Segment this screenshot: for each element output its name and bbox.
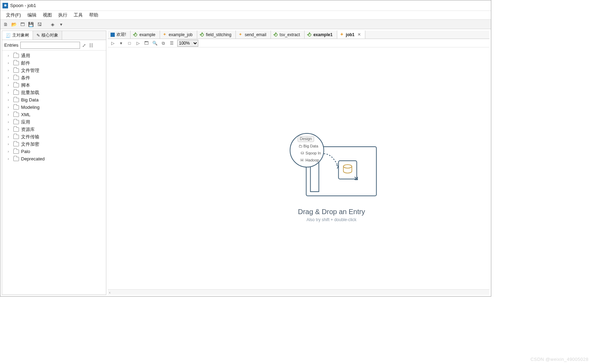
canvas[interactable]: Design 🗀Big Data ⛁Sqoop In HHadoop Drag …	[108, 47, 490, 289]
tree-item-label: 条件	[21, 75, 30, 81]
tab-label: send_email	[245, 32, 266, 37]
tree-item-label: 应用	[21, 119, 30, 125]
chevron-right-icon: ›	[8, 157, 11, 161]
zoom-select[interactable]: 100%	[177, 40, 198, 47]
app-tab-icon	[111, 33, 115, 37]
svg-text:🗀: 🗀	[299, 144, 302, 148]
window-title: Spoon - job1	[10, 3, 36, 8]
transformation-icon	[307, 33, 312, 37]
run-dropdown-icon[interactable]: ▾	[118, 40, 124, 46]
run-icon[interactable]: ▷	[110, 40, 115, 46]
tree-item-repository[interactable]: ›资源库	[2, 126, 106, 133]
tree-item-label: 文件加密	[21, 141, 39, 147]
folder-icon	[13, 120, 19, 124]
tree-item-deprecated[interactable]: ›Deprecated	[2, 155, 106, 163]
menu-edit[interactable]: 编辑	[25, 11, 39, 19]
drop-hint-illustration: Design 🗀Big Data ⛁Sqoop In HHadoop	[286, 133, 377, 203]
folder-icon	[13, 91, 19, 95]
new-file-icon[interactable]: 🗎	[2, 21, 9, 27]
folder-icon	[13, 54, 19, 58]
tree-item-label: Modeling	[21, 105, 40, 110]
tree-item-label: 脚本	[21, 82, 30, 88]
side-tabs: 🧾 主对象树 ✎ 核心对象	[2, 31, 106, 40]
perspective-icon[interactable]: ◈	[49, 21, 56, 27]
chevron-right-icon: ›	[8, 76, 11, 80]
layout-icon[interactable]: ☰	[169, 40, 174, 46]
replay-icon[interactable]: ▷	[135, 40, 141, 46]
menu-tools[interactable]: 工具	[71, 11, 86, 19]
chevron-right-icon: ›	[8, 142, 11, 146]
run-toolbar: ▷ ▾ □ ▷ 🗔 🔍 ⧉ ☰ 100%	[108, 39, 490, 47]
tree-item-scripting[interactable]: ›脚本	[2, 81, 106, 89]
folder-icon	[13, 150, 19, 154]
tab-field-stitching[interactable]: field_stitching	[197, 31, 236, 39]
drop-hint-title: Drag & Drop an Entry	[286, 208, 377, 216]
side-tab-label: 核心对象	[41, 32, 58, 38]
tree-item-xml[interactable]: ›XML	[2, 111, 106, 118]
side-panel: 🧾 主对象树 ✎ 核心对象 Entries ⤢ ☷ ›通用 ›邮件 ›文件管理 …	[2, 31, 106, 295]
tab-send-email[interactable]: send_email	[236, 31, 271, 39]
app-icon: ✱	[2, 3, 8, 8]
tree-item-label: 资源库	[21, 126, 35, 133]
tab-label: example	[139, 32, 155, 37]
tab-example-job[interactable]: example_job	[160, 31, 197, 39]
tree-item-label: Big Data	[21, 97, 39, 102]
app-window: ✱ Spoon - job1 文件(F) 编辑 视图 执行 工具 帮助 🗎 📂 …	[0, 0, 491, 297]
tree-item-palo[interactable]: ›Palo	[2, 148, 106, 155]
svg-text:Sqoop In: Sqoop In	[306, 151, 321, 155]
preview-icon[interactable]: 🗔	[144, 40, 149, 46]
tree-item-bulkload[interactable]: ›批量加载	[2, 89, 106, 96]
menu-run[interactable]: 执行	[55, 11, 70, 19]
horizontal-scrollbar[interactable]: ‹	[108, 289, 490, 295]
tree-item-modeling[interactable]: ›Modeling	[2, 104, 106, 111]
menubar: 文件(F) 编辑 视图 执行 工具 帮助	[0, 11, 491, 19]
tree-item-bigdata[interactable]: ›Big Data	[2, 96, 106, 104]
titlebar: ✱ Spoon - job1	[0, 0, 491, 11]
chevron-right-icon: ›	[8, 120, 11, 124]
folder-icon	[13, 98, 19, 102]
folder-icon	[13, 135, 19, 139]
open-file-icon[interactable]: 📂	[11, 21, 17, 27]
main-area: 欢迎! example example_job field_stitching …	[108, 31, 490, 295]
svg-text:Big Data: Big Data	[304, 144, 319, 148]
tree-item-filemgmt[interactable]: ›文件管理	[2, 67, 106, 74]
tab-core-objects[interactable]: ✎ 核心对象	[33, 31, 62, 40]
chevron-right-icon: ›	[8, 98, 11, 102]
folder-icon	[13, 113, 19, 117]
tab-label: tsv_extract	[280, 32, 300, 37]
blank-area-bottom	[0, 297, 592, 364]
menu-help[interactable]: 帮助	[86, 11, 101, 19]
expand-all-icon[interactable]: ⤢	[82, 43, 87, 48]
folder-icon	[13, 105, 19, 110]
folder-icon	[13, 76, 19, 80]
tree-item-general[interactable]: ›通用	[2, 52, 106, 59]
tree-item-label: Deprecated	[21, 156, 45, 161]
save-icon[interactable]: 💾	[28, 21, 34, 27]
chevron-down-icon[interactable]: ▾	[58, 21, 64, 27]
menu-view[interactable]: 视图	[40, 11, 55, 19]
tab-example[interactable]: example	[131, 31, 160, 39]
stop-icon[interactable]: □	[127, 40, 132, 46]
tab-job1[interactable]: job1✕	[337, 31, 366, 39]
tree-item-fileencrypt[interactable]: ›文件加密	[2, 140, 106, 148]
save-as-icon[interactable]: 🖫	[36, 21, 42, 27]
tab-main-tree[interactable]: 🧾 主对象树	[2, 31, 33, 40]
tree-item-filetransfer[interactable]: ›文件传输	[2, 133, 106, 140]
tree-item-conditions[interactable]: ›条件	[2, 74, 106, 81]
entries-search-input[interactable]	[20, 42, 80, 49]
tree-item-app[interactable]: ›应用	[2, 118, 106, 126]
menu-file[interactable]: 文件(F)	[3, 11, 24, 19]
tree-item-label: XML	[21, 112, 31, 117]
explore-icon[interactable]: 🗔	[19, 21, 26, 27]
collapse-all-icon[interactable]: ☷	[89, 43, 94, 48]
tree-item-mail[interactable]: ›邮件	[2, 59, 106, 67]
sql-icon[interactable]: ⧉	[160, 40, 166, 46]
tab-tsv-extract[interactable]: tsv_extract	[271, 31, 305, 39]
tab-welcome[interactable]: 欢迎!	[108, 31, 131, 39]
debug-icon[interactable]: 🔍	[152, 40, 158, 46]
folder-icon	[13, 61, 19, 65]
svg-text:Hadoop: Hadoop	[306, 158, 319, 162]
chevron-right-icon: ›	[8, 91, 11, 94]
close-icon[interactable]: ✕	[358, 32, 361, 37]
tab-example1[interactable]: example1	[305, 31, 337, 39]
